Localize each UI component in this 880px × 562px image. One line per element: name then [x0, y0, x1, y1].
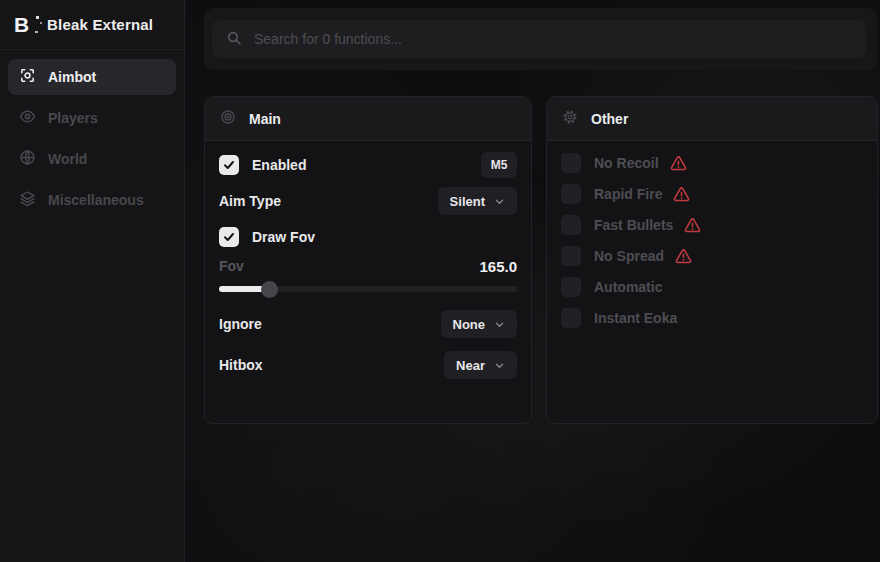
sidebar-item-label: Miscellaneous [48, 192, 144, 208]
search-container: Search for 0 functions... [204, 8, 877, 70]
main-panel: Main Enabled M5 Aim Type Silent [204, 96, 532, 424]
rapid-fire-row: Rapid Fire [561, 183, 863, 205]
hitbox-label: Hitbox [219, 357, 263, 373]
main-panel-body: Enabled M5 Aim Type Silent Draw Fov [205, 141, 531, 379]
globe-icon [19, 149, 36, 169]
fast-bullets-checkbox[interactable] [561, 215, 581, 235]
fov-slider-thumb[interactable] [261, 281, 278, 298]
panel-title: Main [249, 111, 281, 127]
check-icon [223, 159, 235, 171]
warning-icon [684, 217, 701, 234]
sidebar-item-world[interactable]: World [8, 141, 176, 177]
enabled-row: Enabled M5 [219, 152, 517, 178]
instant-eoka-label: Instant Eoka [594, 310, 677, 326]
aim-type-row: Aim Type Silent [219, 187, 517, 215]
fast-bullets-row: Fast Bullets [561, 214, 863, 236]
no-spread-row: No Spread [561, 245, 863, 267]
check-icon [223, 231, 235, 243]
no-spread-checkbox[interactable] [561, 246, 581, 266]
ignore-value: None [453, 317, 486, 332]
fov-value: 165.0 [479, 258, 517, 275]
aim-type-dropdown[interactable]: Silent [438, 187, 517, 215]
ignore-row: Ignore None [219, 310, 517, 338]
search-placeholder: Search for 0 functions... [254, 31, 402, 47]
ignore-dropdown[interactable]: None [441, 310, 518, 338]
logo-letter: B [14, 13, 29, 36]
fov-slider[interactable] [219, 281, 517, 297]
draw-fov-checkbox[interactable] [219, 227, 239, 247]
panel-title: Other [591, 111, 628, 127]
sidebar-item-players[interactable]: Players [8, 100, 176, 136]
hitbox-value: Near [456, 358, 485, 373]
draw-fov-label: Draw Fov [252, 229, 315, 245]
app-logo: B [14, 14, 36, 36]
chevron-down-icon [494, 196, 505, 207]
automatic-label: Automatic [594, 279, 662, 295]
target-icon [220, 109, 236, 129]
chevron-down-icon [494, 319, 505, 330]
logo-pixel [40, 22, 42, 24]
aim-type-value: Silent [450, 194, 485, 209]
search-input[interactable]: Search for 0 functions... [212, 20, 866, 58]
instant-eoka-row: Instant Eoka [561, 307, 863, 329]
search-icon [226, 30, 242, 49]
no-spread-label: No Spread [594, 248, 664, 264]
other-panel-body: No Recoil Rapid Fire Fast Bullets [547, 141, 877, 329]
crosshair-scan-icon [19, 67, 36, 87]
layers-icon [19, 190, 36, 210]
rapid-fire-label: Rapid Fire [594, 186, 662, 202]
app-title: Bleak External [47, 16, 153, 33]
no-recoil-checkbox[interactable] [561, 153, 581, 173]
warning-icon [673, 186, 690, 203]
chevron-down-icon [494, 360, 505, 371]
sidebar-item-aimbot[interactable]: Aimbot [8, 59, 176, 95]
hitbox-dropdown[interactable]: Near [444, 351, 517, 379]
sidebar-nav: Aimbot Players World [0, 50, 184, 227]
aim-type-label: Aim Type [219, 193, 281, 209]
draw-fov-row: Draw Fov [219, 224, 517, 250]
main-panel-header: Main [205, 97, 531, 141]
sidebar-item-miscellaneous[interactable]: Miscellaneous [8, 182, 176, 218]
warning-icon [675, 248, 692, 265]
app-header: B Bleak External [0, 0, 184, 50]
no-recoil-row: No Recoil [561, 152, 863, 174]
sidebar: B Bleak External Aimbot [0, 0, 185, 562]
fov-value-row: Fov 165.0 [219, 257, 517, 275]
ignore-label: Ignore [219, 316, 262, 332]
automatic-checkbox[interactable] [561, 277, 581, 297]
enabled-checkbox[interactable] [219, 155, 239, 175]
hitbox-row: Hitbox Near [219, 351, 517, 379]
enabled-label: Enabled [252, 157, 306, 173]
rapid-fire-checkbox[interactable] [561, 184, 581, 204]
instant-eoka-checkbox[interactable] [561, 308, 581, 328]
fov-label: Fov [219, 258, 244, 274]
no-recoil-label: No Recoil [594, 155, 659, 171]
sidebar-item-label: Players [48, 110, 98, 126]
automatic-row: Automatic [561, 276, 863, 298]
other-panel: Other No Recoil Rapid Fire [546, 96, 878, 424]
eye-icon [19, 108, 36, 128]
gear-icon [562, 109, 578, 129]
keybind-button[interactable]: M5 [481, 152, 517, 178]
sidebar-item-label: World [48, 151, 87, 167]
logo-pixel [36, 16, 39, 19]
other-panel-header: Other [547, 97, 877, 141]
warning-icon [670, 155, 687, 172]
fast-bullets-label: Fast Bullets [594, 217, 673, 233]
sidebar-item-label: Aimbot [48, 69, 96, 85]
logo-pixel [35, 31, 38, 33]
